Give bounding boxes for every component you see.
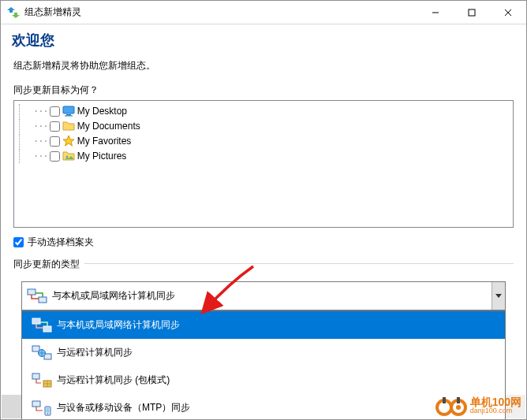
tree-checkbox[interactable] [50, 121, 60, 132]
svg-rect-9 [28, 289, 36, 295]
tree-checkbox[interactable] [50, 106, 60, 117]
target-tree[interactable]: ··· My Desktop ··· My Documents ··· My F… [13, 100, 514, 228]
window-controls [417, 1, 526, 24]
svg-rect-21 [47, 407, 50, 412]
sync-option-lan[interactable]: 与本机或局域网络计算机同步 [22, 311, 505, 339]
combo-dropdown-button[interactable] [491, 282, 505, 310]
target-question: 同步更新目标为何？ [13, 84, 514, 97]
sync-type-selected: 与本机或局域网络计算机同步 [52, 289, 491, 303]
desktop-icon [62, 105, 75, 117]
sync-option-remote[interactable]: 与远程计算机同步 [22, 339, 505, 366]
sync-type-legend: 同步更新的类型 [13, 258, 84, 271]
wizard-header: 欢迎您 [1, 24, 526, 54]
remote-package-icon [32, 373, 52, 388]
tree-checkbox[interactable] [50, 136, 60, 147]
svg-rect-14 [32, 346, 39, 351]
svg-rect-12 [32, 318, 40, 324]
tree-label: My Documents [77, 121, 140, 132]
svg-rect-4 [63, 106, 74, 113]
maximize-button[interactable] [454, 1, 490, 24]
svg-rect-5 [66, 114, 71, 116]
favorites-icon [62, 135, 75, 147]
svg-rect-1 [469, 9, 475, 16]
watermark: 单机100网 danji100.com [434, 392, 521, 418]
sync-type-combo[interactable]: 与本机或局域网络计算机同步 与本机或局域网络计算机同步 与远程计算机同步 [21, 281, 506, 310]
pictures-icon [62, 150, 75, 162]
svg-marker-11 [495, 294, 502, 298]
tree-checkbox[interactable] [50, 151, 60, 162]
close-button[interactable] [490, 1, 526, 24]
svg-rect-13 [43, 326, 51, 332]
lan-sync-icon [32, 318, 52, 333]
lan-sync-icon [27, 288, 47, 304]
svg-rect-6 [65, 116, 73, 117]
titlebar: 组态新增精灵 [1, 1, 526, 24]
sync-option-label: 与设备或移动设备（MTP）同步 [57, 401, 190, 414]
sync-option-label: 与远程计算机同步 (包模式) [57, 374, 170, 387]
mtp-sync-icon [32, 400, 52, 416]
welcome-heading: 欢迎您 [12, 31, 515, 50]
remote-sync-icon [32, 345, 52, 361]
tree-label: My Pictures [77, 151, 127, 162]
tree-item-pictures[interactable]: ··· My Pictures [19, 149, 508, 163]
sync-option-remote-package[interactable]: 与远程计算机同步 (包模式) [22, 366, 505, 394]
sync-option-mtp[interactable]: 与设备或移动设备（MTP）同步 [22, 394, 505, 420]
manual-select-row[interactable]: 手动选择档案夹 [13, 236, 514, 249]
svg-rect-17 [32, 374, 39, 379]
sync-type-fieldset: 同步更新的类型 与本机或局域网络计算机同步 与本机或局域网络计算机同步 与远程计… [13, 263, 514, 318]
watermark-text: 单机100网 [470, 396, 521, 407]
tree-item-documents[interactable]: ··· My Documents [19, 119, 508, 133]
documents-icon [62, 120, 75, 132]
manual-select-label: 手动选择档案夹 [28, 236, 94, 249]
tree-label: My Favorites [77, 136, 132, 147]
tree-label: My Desktop [77, 106, 127, 117]
sync-option-label: 与远程计算机同步 [57, 346, 133, 359]
sync-option-label: 与本机或局域网络计算机同步 [57, 318, 180, 332]
watermark-url: danji100.com [470, 407, 521, 414]
svg-point-28 [456, 405, 461, 410]
svg-rect-19 [32, 401, 40, 407]
manual-select-checkbox[interactable] [13, 237, 24, 247]
tree-item-favorites[interactable]: ··· My Favorites [19, 134, 508, 148]
svg-rect-10 [39, 297, 47, 303]
app-icon [7, 6, 20, 19]
svg-rect-26 [443, 397, 446, 403]
svg-marker-7 [63, 136, 74, 146]
window-title: 组态新增精灵 [24, 6, 417, 19]
svg-point-22 [47, 413, 49, 414]
watermark-logo-icon [434, 392, 469, 418]
tree-item-desktop[interactable]: ··· My Desktop [19, 104, 508, 118]
intro-text: 组态新增精灵将协助您新增组态。 [13, 59, 514, 72]
svg-rect-27 [457, 397, 460, 403]
minimize-button[interactable] [417, 1, 454, 24]
